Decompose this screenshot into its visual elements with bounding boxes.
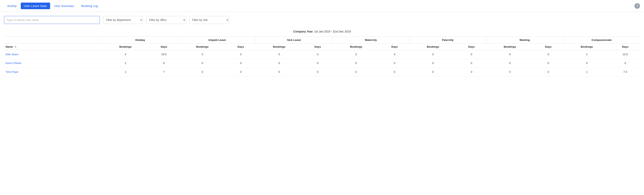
nav-user-leave-stats[interactable]: User Leave Stats <box>21 2 50 9</box>
data-cell: 0 <box>457 68 486 76</box>
data-cell: 7.5 <box>610 68 640 76</box>
data-cell: 0 <box>332 50 380 59</box>
name-group-header <box>4 36 102 44</box>
data-cell: 0 <box>457 59 486 68</box>
compassionate-group-header: Compassionate <box>563 36 640 44</box>
data-cell: 0 <box>610 59 640 68</box>
table-row: Tomi Pope17000000000017.5 <box>4 68 640 76</box>
nav-user-summary[interactable]: User Summary <box>51 2 77 9</box>
data-cell: 0 <box>486 50 534 59</box>
search-input[interactable] <box>4 16 100 24</box>
data-cell: 0 <box>380 50 410 59</box>
data-cell: 0 <box>380 59 410 68</box>
data-cell: 0 <box>332 59 380 68</box>
user-name-cell[interactable]: Ellie Sears <box>4 50 102 59</box>
data-cell: 10.5 <box>610 50 640 59</box>
department-filter[interactable]: Filter by department <box>103 16 143 24</box>
company-year: Company Year: 1st Jan 2019 - 31st Dec 20… <box>0 28 644 36</box>
holiday-group-header: Holiday <box>102 36 179 44</box>
col-compassionate-days: Days <box>610 44 640 50</box>
col-meeting-bookings: Bookings <box>486 44 534 50</box>
table-row: Keira O'Brien26000000000000 <box>4 59 640 68</box>
data-cell: 0 <box>486 68 534 76</box>
table-col-header-row: Name ⇅ Bookings Days Bookings Days Booki… <box>4 44 640 50</box>
data-cell: 6 <box>149 59 179 68</box>
data-cell: 0 <box>303 59 332 68</box>
meeting-group-header: Meeting <box>486 36 563 44</box>
data-cell: 0 <box>486 59 534 68</box>
maternity-group-header: Maternity <box>332 36 409 44</box>
data-cell: 0 <box>563 59 610 68</box>
col-unpaid-days: Days <box>226 44 256 50</box>
col-paternity-bookings: Bookings <box>409 44 456 50</box>
col-paternity-days: Days <box>457 44 486 50</box>
data-cell: 0 <box>179 59 226 68</box>
filters-row: Filter by department Filter by office Fi… <box>0 12 644 28</box>
data-cell: 0 <box>256 50 303 59</box>
paternity-group-header: Paternity <box>409 36 486 44</box>
data-cell: 0 <box>179 68 226 76</box>
table-row: Ellie Sears419.50000000000210.5 <box>4 50 640 59</box>
data-cell: 7 <box>149 68 179 76</box>
data-cell: 0 <box>409 59 456 68</box>
help-icon[interactable]: ? <box>634 3 640 9</box>
col-unpaid-bookings: Bookings <box>179 44 226 50</box>
user-name-cell[interactable]: Keira O'Brien <box>4 59 102 68</box>
data-cell: 0 <box>303 50 332 59</box>
data-cell: 0 <box>179 50 226 59</box>
data-cell: 0 <box>409 50 456 59</box>
col-maternity-bookings: Bookings <box>332 44 380 50</box>
col-compassionate-bookings: Bookings <box>563 44 610 50</box>
data-cell: 0 <box>226 68 256 76</box>
data-cell: 0 <box>256 68 303 76</box>
col-name[interactable]: Name ⇅ <box>4 44 102 50</box>
data-cell: 4 <box>102 50 149 59</box>
nav-booking-log[interactable]: Booking Log <box>78 2 101 9</box>
data-cell: 0 <box>534 59 563 68</box>
table-body: Ellie Sears419.50000000000210.5Keira O'B… <box>4 50 640 76</box>
nav-items: Activity User Leave Stats User Summary B… <box>4 2 101 9</box>
table-group-header-row: Holiday Unpaid Leave Sick Leave Maternit… <box>4 36 640 44</box>
data-cell: 2 <box>102 59 149 68</box>
company-year-label: Company Year: <box>293 30 314 33</box>
data-cell: 19.5 <box>149 50 179 59</box>
company-year-value: 1st Jan 2019 - 31st Dec 2019 <box>314 30 351 33</box>
data-cell: 1 <box>102 68 149 76</box>
top-navigation: Activity User Leave Stats User Summary B… <box>0 0 644 12</box>
col-sick-bookings: Bookings <box>256 44 303 50</box>
data-cell: 1 <box>563 68 610 76</box>
data-cell: 0 <box>380 68 410 76</box>
role-filter[interactable]: Filter by role <box>189 16 229 24</box>
data-cell: 0 <box>226 59 256 68</box>
data-cell: 0 <box>409 68 456 76</box>
data-cell: 0 <box>534 50 563 59</box>
name-sort-icon: ⇅ <box>14 46 16 48</box>
data-cell: 0 <box>256 59 303 68</box>
sick-leave-group-header: Sick Leave <box>256 36 332 44</box>
col-meeting-days: Days <box>534 44 563 50</box>
col-holiday-days: Days <box>149 44 179 50</box>
col-maternity-days: Days <box>380 44 410 50</box>
data-cell: 2 <box>563 50 610 59</box>
data-cell: 0 <box>226 50 256 59</box>
data-cell: 0 <box>457 50 486 59</box>
col-sick-days: Days <box>303 44 332 50</box>
nav-activity[interactable]: Activity <box>4 2 20 9</box>
data-cell: 0 <box>303 68 332 76</box>
leave-stats-table: Holiday Unpaid Leave Sick Leave Maternit… <box>4 36 640 76</box>
data-cell: 0 <box>534 68 563 76</box>
unpaid-leave-group-header: Unpaid Leave <box>179 36 256 44</box>
data-cell: 0 <box>332 68 380 76</box>
col-holiday-bookings: Bookings <box>102 44 149 50</box>
office-filter[interactable]: Filter by office <box>146 16 186 24</box>
user-name-cell[interactable]: Tomi Pope <box>4 68 102 76</box>
leave-stats-table-wrapper: Holiday Unpaid Leave Sick Leave Maternit… <box>0 36 644 76</box>
